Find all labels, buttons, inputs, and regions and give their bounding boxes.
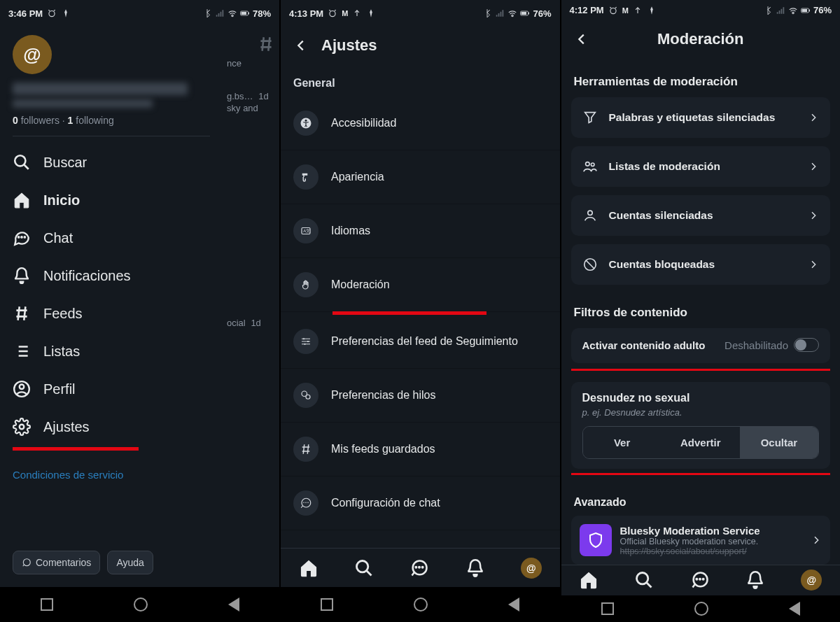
tab-search-icon[interactable] bbox=[634, 570, 654, 590]
bell-icon bbox=[13, 267, 31, 285]
svg-rect-14 bbox=[528, 13, 529, 15]
feed-item[interactable]: g.bs… 1d sky and bbox=[223, 88, 279, 133]
setting-accessibility[interactable]: Accesibilidad bbox=[281, 97, 560, 150]
followers-count: 0 bbox=[13, 115, 18, 126]
nav-lists[interactable]: Listas bbox=[13, 332, 210, 370]
chevron-right-icon bbox=[808, 112, 819, 123]
nav-chat[interactable]: Chat bbox=[13, 219, 210, 257]
recent-apps-button[interactable] bbox=[41, 598, 53, 611]
setting-saved-feeds[interactable]: Mis feeds guardados bbox=[281, 423, 560, 476]
recent-apps-button[interactable] bbox=[321, 598, 333, 611]
profile-name-blurred bbox=[13, 83, 188, 95]
page-title: Moderación bbox=[602, 30, 800, 48]
panel-moderation: 4:12 PM M 76% Moderación Herramientas de… bbox=[561, 0, 841, 622]
svg-point-19 bbox=[303, 338, 304, 339]
svg-point-6 bbox=[21, 236, 23, 239]
alarm-icon bbox=[608, 6, 618, 15]
tab-home-icon[interactable] bbox=[579, 570, 598, 590]
upload-icon bbox=[352, 8, 362, 18]
status-time: 4:12 PM bbox=[570, 5, 604, 15]
feed-item[interactable]: nce bbox=[223, 55, 279, 88]
svg-point-25 bbox=[305, 502, 307, 504]
moderation-service-card[interactable]: Bluesky Moderation Service Official Blue… bbox=[571, 516, 831, 565]
mod-muted-accounts[interactable]: Cuentas silenciadas bbox=[571, 195, 831, 236]
people-icon bbox=[582, 159, 598, 174]
home-button[interactable] bbox=[414, 598, 428, 612]
titlebar: Ajustes bbox=[281, 27, 560, 60]
tab-search-icon[interactable] bbox=[354, 558, 374, 578]
mod-blocked-accounts[interactable]: Cuentas bloqueadas bbox=[571, 244, 831, 285]
filter-icon bbox=[582, 110, 598, 125]
help-button[interactable]: Ayuda bbox=[107, 551, 153, 574]
section-general: General bbox=[281, 60, 560, 97]
svg-point-35 bbox=[585, 162, 589, 167]
avatar[interactable]: @ bbox=[13, 35, 52, 74]
chevron-right-icon bbox=[808, 161, 819, 172]
wifi-icon bbox=[227, 8, 237, 18]
language-icon: A文 bbox=[300, 225, 312, 237]
bluetooth-icon bbox=[482, 8, 492, 18]
svg-point-7 bbox=[24, 236, 26, 239]
chevron-right-icon bbox=[808, 210, 819, 221]
profile-handle-blurred bbox=[13, 99, 153, 108]
svg-point-21 bbox=[304, 344, 305, 345]
home-button[interactable] bbox=[694, 602, 708, 616]
bottom-tab-bar: @ bbox=[561, 565, 841, 595]
option-advertir[interactable]: Advertir bbox=[662, 427, 740, 458]
tab-avatar[interactable]: @ bbox=[521, 558, 542, 579]
tab-bell-icon[interactable] bbox=[746, 570, 765, 590]
back-button[interactable] bbox=[789, 602, 800, 616]
nav-profile[interactable]: Perfil bbox=[13, 370, 210, 408]
mod-muted-words[interactable]: Palabras y etiquetas silenciadas bbox=[571, 97, 831, 138]
option-ocultar[interactable]: Ocultar bbox=[740, 427, 818, 458]
setting-thread-prefs[interactable]: Preferencias de hilos bbox=[281, 369, 560, 423]
status-bar: 4:12 PM M 76% bbox=[561, 0, 841, 20]
tab-bell-icon[interactable] bbox=[465, 558, 485, 578]
mail-icon: M bbox=[622, 6, 629, 15]
svg-point-40 bbox=[696, 579, 698, 581]
bluetooth-icon bbox=[202, 8, 212, 18]
setting-languages[interactable]: A文 Idiomas bbox=[281, 204, 560, 258]
setting-moderation[interactable]: Moderación bbox=[281, 258, 560, 312]
tab-chat-icon[interactable] bbox=[690, 570, 710, 590]
adult-content-toggle[interactable] bbox=[794, 338, 819, 352]
option-ver[interactable]: Ver bbox=[583, 427, 662, 458]
follow-stats[interactable]: 0 followers · 1 following bbox=[13, 115, 210, 126]
recent-apps-button[interactable] bbox=[601, 602, 614, 615]
nav-feeds[interactable]: Feeds bbox=[13, 295, 210, 332]
setting-chat-config[interactable]: Configuración de chat bbox=[281, 476, 560, 530]
setting-feed-prefs[interactable]: Preferencias del feed de Seguimiento bbox=[281, 315, 560, 369]
panel-settings: 4:13 PM M 76% Ajustes General Accesibili… bbox=[281, 0, 560, 622]
nav-settings[interactable]: Ajustes bbox=[13, 408, 210, 446]
mod-lists[interactable]: Listas de moderación bbox=[571, 146, 831, 187]
svg-rect-34 bbox=[809, 9, 810, 11]
highlight-ajustes bbox=[13, 447, 139, 451]
nav-home[interactable]: Inicio bbox=[13, 181, 210, 219]
upload-icon bbox=[633, 6, 643, 15]
filter-desc: p. ej. Desnudez artística. bbox=[582, 407, 820, 418]
service-url: https://bsky.social/about/support/ bbox=[620, 546, 803, 556]
terms-link[interactable]: Condiciones de servicio bbox=[13, 469, 210, 481]
service-logo bbox=[580, 524, 612, 556]
nav-search[interactable]: Buscar bbox=[13, 143, 210, 181]
divider bbox=[13, 136, 210, 136]
svg-point-42 bbox=[702, 579, 704, 581]
back-button[interactable] bbox=[228, 598, 239, 612]
back-icon[interactable] bbox=[574, 31, 589, 47]
svg-rect-13 bbox=[522, 12, 527, 15]
feedback-button[interactable]: Comentarios bbox=[13, 551, 100, 574]
tab-avatar[interactable]: @ bbox=[801, 570, 822, 591]
tab-home-icon[interactable] bbox=[299, 558, 318, 578]
back-button[interactable] bbox=[508, 598, 519, 612]
tab-chat-icon[interactable] bbox=[410, 558, 429, 578]
nudity-segmented-control: Ver Advertir Ocultar bbox=[582, 426, 820, 459]
svg-point-20 bbox=[307, 341, 309, 342]
section-advanced: Avanzado bbox=[561, 475, 841, 516]
panel-sidebar: 3:46 PM 78% @ 0 followers · 1 following bbox=[0, 0, 279, 622]
feed-item[interactable]: ocial 1d bbox=[223, 315, 279, 348]
home-button[interactable] bbox=[134, 598, 148, 612]
back-icon[interactable] bbox=[293, 38, 309, 53]
svg-point-31 bbox=[610, 8, 616, 13]
nav-notifications[interactable]: Notificaciones bbox=[13, 257, 210, 295]
setting-appearance[interactable]: Apariencia bbox=[281, 150, 560, 204]
